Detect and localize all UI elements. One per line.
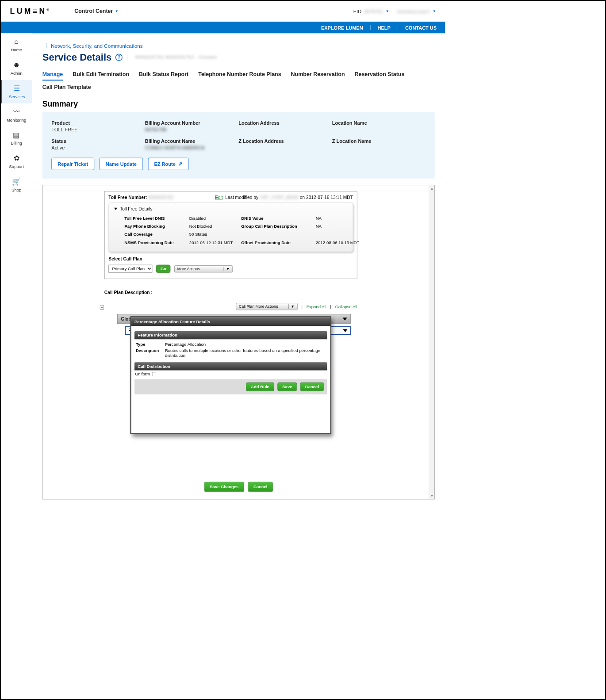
chevron-down-icon: ▼: [386, 9, 389, 13]
uniform-label: Uniform: [135, 372, 150, 377]
tf-label: Toll Free Number:: [108, 195, 147, 200]
call-plan-select[interactable]: Primary Call Plan: [108, 265, 152, 273]
sidebar-item-support[interactable]: ✿Support: [1, 150, 32, 173]
status-value: Active: [51, 145, 145, 150]
dnis-value: Disabled: [189, 216, 241, 221]
cancel-button[interactable]: Cancel: [248, 482, 273, 492]
breadcrumb[interactable]: 〈 Network, Security, and Communications: [42, 42, 435, 49]
nsms-value: 2012-06-12 12:31 MDT: [189, 240, 241, 245]
app-switcher[interactable]: Control Center▼: [74, 8, 119, 15]
status-label: Status: [51, 138, 145, 144]
user-icon: ☻: [13, 61, 20, 69]
utility-bar: EXPLORE LUMEN HELP CONTACT US: [1, 22, 445, 33]
payphone-value: Not Blocked: [189, 224, 241, 229]
help-icon[interactable]: ?: [115, 54, 123, 61]
zlocation-name-label: Z Location Name: [332, 138, 426, 144]
modal-save-button[interactable]: Save: [277, 383, 297, 391]
add-rule-button[interactable]: Add Rule: [246, 383, 274, 391]
chevron-down-icon: ▼: [224, 267, 230, 271]
chevron-left-icon: 〈: [42, 42, 48, 49]
page-title: Service Details: [42, 52, 111, 63]
chevron-down-icon: ▼: [288, 304, 295, 309]
group-label: Group Call Plan Description: [241, 224, 316, 229]
expand-all-link[interactable]: Expand All: [307, 304, 326, 309]
tab-number-reservation[interactable]: Number Reservation: [291, 71, 345, 80]
offnet-label: Offnet Provisioning Date: [241, 240, 316, 245]
toll-free-details-toggle[interactable]: Toll Free Details: [114, 206, 348, 211]
call-distribution-header: Call Distribution: [134, 362, 327, 370]
tab-bulk-edit[interactable]: Bulk Edit Termination: [73, 71, 129, 80]
nsms-label: NSMS Provisioning Date: [124, 240, 189, 245]
repair-ticket-button[interactable]: Repair Ticket: [51, 158, 94, 170]
type-label: Type: [136, 342, 162, 347]
more-actions-dropdown[interactable]: More Actions▼: [174, 265, 233, 272]
offnet-value: 2012-08-06 10:13 MDT: [316, 240, 368, 245]
ban-label: Billing Account Number: [145, 120, 238, 126]
toll-free-box: Toll Free Number: 8005026762 Edit Last m…: [104, 191, 357, 279]
desc-label: Description: [136, 348, 162, 358]
dnisval-label: DNIS Value: [241, 216, 316, 221]
desc-value: Routes calls to multiple locations or ot…: [165, 348, 326, 358]
go-button[interactable]: Go: [156, 265, 170, 273]
tab-bulk-status[interactable]: Bulk Status Report: [139, 71, 188, 80]
lastmod-text: Last modified by LRP_TCRP_06040 on 2012-…: [225, 195, 353, 200]
tab-call-plan-template[interactable]: Call Plan Template: [42, 84, 91, 92]
dnisval-value: NA: [316, 216, 368, 221]
modal-title: Percentage Allocation Feature Details: [131, 317, 330, 326]
sidebar-item-admin[interactable]: ☻Admin: [1, 57, 32, 80]
tab-route-plans[interactable]: Telephone Number Route Plans: [198, 71, 281, 80]
summary-heading: Summary: [42, 99, 435, 109]
help-link[interactable]: HELP: [378, 25, 391, 30]
tab-manage[interactable]: Manage: [42, 71, 63, 80]
ez-route-button[interactable]: EZ Route⇗: [148, 158, 189, 170]
edit-link[interactable]: Edit: [215, 195, 223, 200]
scroll-up-icon: ▲: [430, 187, 434, 191]
product-label: Product: [51, 120, 145, 126]
call-plan-desc-label: Call Plan Description :: [104, 290, 357, 295]
coverage-label: Call Coverage: [124, 232, 189, 237]
location-address-label: Location Address: [238, 120, 332, 126]
modal-cancel-button[interactable]: Cancel: [300, 383, 324, 391]
name-update-button[interactable]: Name Update: [100, 158, 143, 170]
scroll-down-icon: ▼: [430, 494, 434, 498]
sidebar-item-services[interactable]: ☰Services: [1, 80, 32, 103]
group-value: NA: [316, 224, 368, 229]
gear-icon: ✿: [14, 154, 19, 163]
invoice-icon: ▤: [13, 131, 19, 139]
chevron-down-icon: ▼: [433, 9, 436, 13]
feature-details-modal: Percentage Allocation Feature Details Fe…: [130, 316, 331, 434]
sidebar-item-shop[interactable]: 🛒Shop: [1, 173, 32, 197]
chevron-down-icon: ▼: [115, 9, 119, 13]
cart-icon: 🛒: [12, 177, 21, 186]
home-icon: ⌂: [14, 38, 19, 46]
sidebar-item-billing[interactable]: ▤Billing: [1, 126, 32, 150]
location-name-label: Location Name: [332, 120, 426, 126]
external-link-icon: ⇗: [178, 161, 183, 167]
collapse-all-link[interactable]: Collapse All: [335, 304, 357, 309]
activity-icon: 〰: [13, 107, 20, 116]
coverage-value: 50 States: [189, 232, 241, 237]
zlocation-address-label: Z Location Address: [238, 138, 332, 144]
tf-number: 8005026762: [148, 195, 173, 200]
logo: LUM≡N®: [10, 7, 49, 16]
triangle-down-icon: [114, 207, 117, 210]
sidebar-item-home[interactable]: ⌂Home: [1, 33, 32, 57]
call-plan-more-actions[interactable]: Call Plan More Actions▼: [236, 303, 297, 310]
tree-collapse-toggle[interactable]: −: [100, 305, 104, 310]
dnis-label: Toll Free Level DNIS: [124, 216, 189, 221]
sidebar-item-monitoring[interactable]: 〰Monitoring: [1, 103, 32, 127]
uniform-checkbox[interactable]: [152, 372, 156, 376]
sidebar: ⌂Home ☻Admin ☰Services 〰Monitoring ▤Bill…: [1, 33, 32, 513]
triangle-down-icon: [343, 329, 347, 332]
save-changes-button[interactable]: Save Changes: [204, 482, 244, 492]
product-value: TOLL FREE: [51, 127, 145, 132]
scrollbar[interactable]: ▲ ▼: [429, 185, 434, 499]
eid-display[interactable]: EID 0070701 ▼ inventory.user1 ▼: [353, 8, 436, 14]
tab-reservation-status[interactable]: Reservation Status: [354, 71, 404, 80]
ban-value: 84781796: [145, 127, 238, 132]
service-id: 8005026762 8005026762 - October: [135, 54, 217, 60]
list-icon: ☰: [14, 84, 20, 92]
contact-link[interactable]: CONTACT US: [405, 25, 437, 30]
explore-link[interactable]: EXPLORE LUMEN: [321, 25, 363, 30]
triangle-down-icon: [343, 317, 347, 321]
